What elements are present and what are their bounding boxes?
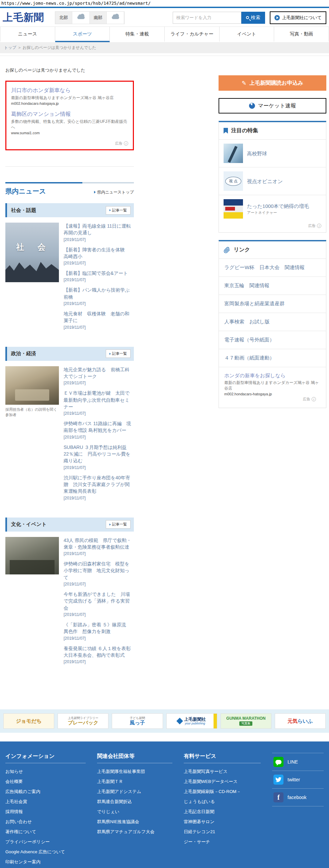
subscribe-button[interactable]: ✎ 上毛新聞購読お申込み (219, 75, 326, 91)
article-link[interactable]: 43人 県民の模範 県庁で叙勲・褒章・危険業務従事者叙勲伝達 (64, 537, 134, 551)
article-link[interactable]: ＥＶ市場は新電池が鍵 太田で最新動向学ぶ次世代自動車セミナー (64, 390, 134, 410)
footer-link[interactable]: 上毛社会賞 (5, 799, 86, 805)
society-photo[interactable]: 社 会 (5, 223, 59, 282)
market-report-button[interactable]: マーケット速報 (219, 98, 326, 114)
footer-link[interactable]: Google Adsence 広告について (5, 849, 86, 855)
footer-link[interactable]: じょうもばいる (184, 799, 261, 805)
footer-link[interactable]: お問い合わせ (5, 819, 86, 825)
section-body: 43人 県民の模範 県庁で叙勲・褒章・危険業務従事者叙勲伝達 [2019/11/… (5, 532, 134, 669)
tab-photo-video[interactable]: 写真・動画 (274, 27, 329, 42)
footer-link[interactable]: 群馬県アマチュアゴルフ大会 (97, 829, 172, 835)
kazakko-banner[interactable]: 子ども新聞 風っ子 (112, 713, 163, 729)
link-rugby[interactable]: ラグビーW杯 日本大会 関連情報 (219, 258, 326, 277)
footer-link[interactable]: ジー・サーチ (184, 839, 261, 845)
link-47-video[interactable]: ４７動画（紙面連動） (219, 349, 326, 367)
kennai-header: 県内ニュース 県内ニューストップ (5, 187, 134, 196)
ad-label: 広告 (303, 397, 310, 402)
footer-link[interactable]: 著作権について (5, 829, 86, 835)
sns-facebook-link[interactable]: f facebook (272, 789, 324, 806)
footer-link[interactable]: お知らせ (5, 769, 86, 775)
article-link[interactable]: 《「影踏み」密着 ５》篠原流 異色作 想像力を刺激 (64, 621, 134, 635)
politics-photo[interactable] (5, 366, 59, 405)
marathon-label: GUNMA MARATHON (226, 716, 265, 721)
link-tomioka-silk[interactable]: 富岡製糸場と絹産業遺産群 (219, 294, 326, 313)
ad-title-link[interactable]: 葛飾区のマンション情報 (11, 111, 128, 118)
footer-link[interactable]: プライバシーポリシー (5, 839, 86, 845)
marathon-banner[interactable]: GUNMA MARATHON 写真集 (221, 713, 271, 729)
article-link[interactable]: 【新着】臨江閣で茶会&アート (64, 270, 134, 277)
article-link[interactable]: 伊勢崎市バス 11路線に再編 境南部を増設 島村観光をカバー (64, 420, 134, 434)
tab-features[interactable]: 特集・連載 (110, 27, 165, 42)
footer-link[interactable]: 会社概要 (5, 779, 86, 785)
article-link[interactable]: 渋川駅に手作り座布団を40年寄贈 渋川女子高家庭クラブが関東運輸局長表彰 (64, 474, 134, 495)
article-date: [2019/11/07] (64, 411, 134, 416)
article-link[interactable]: SUBARU ３月期予想は純利益22％減に 円高やリコール費を織り込む (64, 444, 134, 464)
footer-link[interactable]: 群馬連合新聞折込 (97, 799, 172, 805)
ad-title-link[interactable]: 川口市のホンダ新車なら (11, 87, 128, 94)
publishing-banner[interactable]: 上毛新聞社 your publishing (166, 713, 217, 729)
adchoices-icon[interactable]: i (317, 224, 321, 228)
section-photo-wrap (5, 537, 59, 669)
jomodachi-banner[interactable]: ジョモだち (3, 713, 54, 729)
link-denshi-sokuho[interactable]: 電子速報（号外紙面） (219, 331, 326, 349)
main-nav: ニュース スポーツ 特集・連載 ライフ・カルチャー イベント 写真・動画 (0, 26, 329, 42)
footer-link[interactable]: 上毛新聞縮刷版－CD-ROM－ (184, 789, 261, 795)
footer-link[interactable]: 日経テレコン21 (184, 829, 261, 835)
tab-events[interactable]: イベント (220, 27, 274, 42)
search-button[interactable]: 検索 (241, 12, 265, 24)
playback-banner[interactable]: 上毛新聞ライブラリー プレーバック (58, 713, 108, 729)
article-list-button[interactable]: 記事一覧 (106, 520, 131, 529)
footer-link[interactable]: 上毛新聞アドシステム (97, 789, 172, 795)
tab-life-culture[interactable]: ライフ・カルチャー (165, 27, 220, 42)
article-link[interactable]: 伊勢崎の旧森村家住宅 模型を小学校に寄贈 地元文化財知って (64, 560, 134, 581)
link-olympics[interactable]: 東京五輪 関連情報 (219, 277, 326, 294)
footer-link[interactable]: 上毛新聞ＴＲ (97, 779, 172, 785)
footer-link[interactable]: でりじぇい (97, 809, 172, 815)
article-link[interactable]: 養蚕発展に功績 ６人１校を表彰 大日本蚕糸会、都内で表彰式 (64, 645, 134, 659)
adchoices-icon[interactable]: i (311, 397, 316, 401)
sns-line-link[interactable]: LINE (272, 753, 324, 771)
links-card: リンク ラグビーW杯 日本大会 関連情報 東京五輪 関連情報 富岡製糸場と絹産業… (219, 240, 326, 408)
tab-news[interactable]: ニュース (0, 27, 55, 42)
publishing-logo-icon (176, 718, 183, 724)
tab-sports[interactable]: スポーツ (55, 27, 110, 42)
footer-link[interactable]: 上毛新聞厚生福祉事業団 (97, 769, 172, 775)
about-company-button[interactable]: 上毛新聞社について (270, 11, 326, 24)
section-title: 政治・経済 (11, 350, 36, 357)
kennai-title: 県内ニュース (5, 187, 46, 196)
footer-link[interactable]: 採用情報 (5, 809, 86, 815)
footer-link[interactable]: 印刷センター案内 (5, 859, 86, 865)
featured-item-shiten-opinion[interactable]: 視 点 視点オピニオン (219, 167, 326, 195)
footer-link[interactable]: 雷神囲碁サロン (184, 819, 261, 825)
featured-item-koukou-yakyu[interactable]: 高校野球 (219, 139, 326, 167)
featured-item-ad[interactable]: たった1000本で納得の増毛 アートネイチャー (219, 195, 326, 223)
site-logo[interactable]: 上毛新聞 (3, 11, 44, 25)
article-link[interactable]: 【新着】障害者の生活を体験 高崎西小 (64, 246, 134, 260)
footer-column-information: インフォメーション お知らせ 会社概要 広告掲載のご案内 上毛社会賞 採用情報 … (5, 753, 86, 868)
footer-link[interactable]: 広告掲載のご案内 (5, 789, 86, 795)
article-list-button[interactable]: 記事一覧 (106, 206, 131, 215)
culture-photo[interactable] (5, 537, 59, 575)
article-link[interactable]: 地元食材 収穫体験 老舗の和菓子に (64, 310, 134, 324)
genki-life-banner[interactable]: 元気らいふ (275, 713, 326, 729)
footer-link[interactable]: 上毛記念日新聞 (184, 809, 261, 815)
footer-link[interactable]: 上毛新聞WEBデータベース (184, 779, 261, 785)
footer-link[interactable]: 群馬県NIE推進協議会 (97, 819, 172, 825)
breadcrumb-home-link[interactable]: トップ (4, 45, 17, 50)
kennai-top-link[interactable]: 県内ニューストップ (94, 189, 134, 195)
ad-title-link[interactable]: ホンダの新車をお探しなら (224, 373, 321, 379)
sns-twitter-link[interactable]: twitter (272, 771, 324, 789)
article-item: 養蚕発展に功績 ６人１校を表彰 大日本蚕糸会、都内で表彰式 [2019/11/0… (64, 645, 134, 664)
article-link[interactable]: 地元企業が魅力語る 前橋工科大でシゴトーク (64, 366, 134, 380)
kennai-top-label: 県内ニューストップ (97, 189, 134, 195)
article-list-label: 記事一覧 (112, 208, 127, 213)
article-list: 地元企業が魅力語る 前橋工科大でシゴトーク [2019/11/07] ＥＶ市場は… (64, 366, 134, 505)
footer-link[interactable]: 上毛新聞写真サービス (184, 769, 261, 775)
adchoices-icon[interactable]: i (124, 141, 128, 146)
search-input[interactable] (173, 12, 241, 24)
article-link[interactable]: 今年も新酒ができました 川場で完成告げる「酒林」作る実習会 (64, 591, 134, 611)
article-list-button[interactable]: 記事一覧 (106, 349, 131, 358)
article-link[interactable]: 【新着】パン職人から技術学ぶ 前橋 (64, 286, 134, 300)
link-jinji-search[interactable]: 人事検索 お試し版 (219, 313, 326, 331)
article-link[interactable]: 【速報】両毛線全線 11日に運転再開の見通し (64, 223, 134, 236)
